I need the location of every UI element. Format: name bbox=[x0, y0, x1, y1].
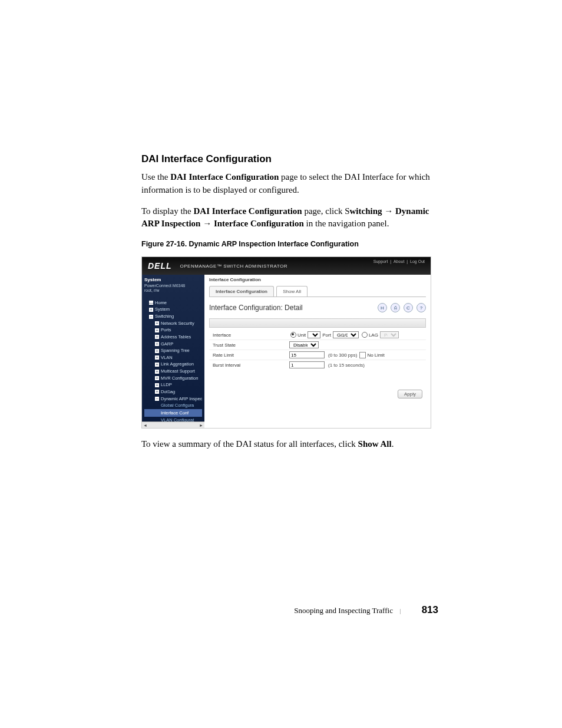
tab-show-all[interactable]: Show All bbox=[276, 286, 308, 297]
expander-icon[interactable]: + bbox=[155, 355, 159, 360]
nolimit-label: No Limit bbox=[367, 353, 384, 358]
expander-icon[interactable]: − bbox=[155, 397, 159, 401]
tab-bar: Interface Configuration Show All bbox=[204, 284, 431, 297]
system-title: System bbox=[144, 277, 202, 282]
nav-item[interactable]: +LLDP bbox=[144, 381, 202, 388]
text-bold: Interface Configuration bbox=[214, 219, 304, 228]
nav-item-label: Network Security bbox=[161, 321, 194, 326]
nav-item[interactable]: +MVR Configuration bbox=[144, 375, 202, 382]
apply-button[interactable]: Apply bbox=[398, 390, 422, 398]
nav-item[interactable]: Interface Conf bbox=[144, 409, 202, 417]
nav-item[interactable]: +Multicast Support bbox=[144, 368, 202, 375]
scroll-left-icon[interactable]: ◄ bbox=[143, 423, 147, 427]
expander-icon[interactable]: + bbox=[155, 335, 159, 339]
app-title: OPENMANAGE™ SWITCH ADMINISTRATOR bbox=[180, 263, 287, 269]
help-icon[interactable]: ? bbox=[416, 303, 426, 312]
nav-item[interactable]: +Ports bbox=[144, 327, 202, 334]
expander-icon[interactable]: + bbox=[155, 390, 159, 394]
expander-icon[interactable]: + bbox=[155, 383, 159, 387]
port-label: Port bbox=[322, 332, 331, 338]
breadcrumb: Interface Configuration bbox=[204, 275, 431, 284]
trust-select[interactable]: Disable bbox=[289, 341, 319, 348]
nav-item-label: Address Tables bbox=[161, 334, 191, 340]
unit-select[interactable]: 1 bbox=[308, 331, 320, 338]
nav-item-label: Interface Conf bbox=[161, 410, 189, 416]
support-link[interactable]: Support bbox=[373, 259, 388, 263]
unit-radio[interactable] bbox=[290, 332, 296, 338]
burst-input[interactable] bbox=[289, 361, 325, 368]
rate-input[interactable] bbox=[289, 351, 325, 358]
expander-icon[interactable]: + bbox=[149, 308, 153, 312]
text-bold: DAI Interface Configuration bbox=[170, 172, 279, 182]
expander-icon[interactable]: + bbox=[155, 349, 159, 353]
save-icon[interactable]: H bbox=[378, 303, 387, 312]
expander-icon[interactable]: + bbox=[155, 376, 159, 380]
nolimit-checkbox[interactable] bbox=[359, 352, 366, 358]
lag-radio[interactable] bbox=[362, 332, 368, 338]
nav-item[interactable]: +Dot1ag bbox=[144, 388, 202, 396]
expander-icon[interactable]: + bbox=[155, 328, 159, 332]
nav-item-label: Multicast Support bbox=[161, 368, 195, 374]
expander-icon[interactable]: — bbox=[149, 301, 153, 305]
nav-item[interactable]: +VLAN bbox=[144, 354, 202, 361]
nav-item[interactable]: +Address Tables bbox=[144, 334, 202, 341]
divider bbox=[209, 318, 426, 328]
text: To display the bbox=[141, 206, 194, 216]
lag-label: LAG bbox=[369, 332, 378, 338]
burst-label: Burst Interval bbox=[213, 363, 289, 368]
panel-title: Interface Configuration: Detail bbox=[209, 304, 303, 312]
scroll-right-icon[interactable]: ► bbox=[199, 423, 203, 427]
nav-item-label: Spanning Tree bbox=[161, 348, 190, 353]
nav-item[interactable]: −Switching bbox=[144, 313, 202, 320]
arrow: → bbox=[382, 206, 396, 216]
nav-item[interactable]: —Home bbox=[144, 299, 202, 307]
expander-icon[interactable]: + bbox=[155, 321, 159, 325]
nav-item-label: LLDP bbox=[161, 382, 172, 387]
rate-note: (0 to 300 pps) bbox=[328, 353, 357, 358]
scrollbar-horizontal[interactable]: ◄ ► bbox=[142, 421, 204, 428]
text-bold: DAI Interface Configuration bbox=[194, 206, 302, 216]
row-trust: Trust State Disable bbox=[209, 340, 426, 350]
rate-label: Rate Limit bbox=[213, 353, 289, 358]
nav-item[interactable]: +System bbox=[144, 306, 202, 313]
print-icon[interactable]: ⎙ bbox=[391, 303, 400, 312]
text: in the navigation panel. bbox=[304, 219, 389, 228]
app-header: DELL OPENMANAGE™ SWITCH ADMINISTRATOR Su… bbox=[142, 257, 431, 275]
tab-interface-config[interactable]: Interface Configuration bbox=[209, 286, 274, 297]
footer-chapter: Snooping and Inspecting Traffic bbox=[294, 606, 393, 615]
nav-item[interactable]: +GARP bbox=[144, 341, 202, 348]
nav-sidebar: System PowerConnect M6348 root, r/w —Hom… bbox=[142, 275, 204, 428]
text-bold: witching bbox=[350, 206, 382, 216]
nav-item-label: Global Configura bbox=[161, 403, 194, 408]
port-select[interactable]: Gi1/0/1 bbox=[333, 331, 359, 338]
nav-item-label: Dynamic ARP Inspec bbox=[161, 396, 202, 401]
nav-item[interactable]: +Spanning Tree bbox=[144, 347, 202, 354]
main-panel: Interface Configuration Interface Config… bbox=[204, 275, 431, 428]
logout-link[interactable]: Log Out bbox=[410, 259, 425, 263]
expander-icon[interactable]: − bbox=[149, 315, 153, 319]
nav-item[interactable]: +Link Aggregation bbox=[144, 361, 202, 368]
expander-icon[interactable]: + bbox=[155, 363, 159, 367]
arrow: → bbox=[200, 219, 214, 228]
row-interface: Interface Unit 1 Port Gi1/0/1 LAG Po1 bbox=[209, 330, 426, 340]
nav-item[interactable]: Global Configura bbox=[144, 402, 202, 409]
nav-item-label: VLAN bbox=[161, 355, 173, 360]
row-burst: Burst Interval (1 to 15 seconds) bbox=[209, 360, 426, 370]
nav-item-label: System bbox=[155, 307, 170, 312]
refresh-icon[interactable]: C bbox=[404, 303, 413, 312]
nav-item[interactable]: +Network Security bbox=[144, 320, 202, 327]
text: . bbox=[392, 439, 394, 449]
nav-item-label: Switching bbox=[155, 314, 174, 319]
row-rate: Rate Limit (0 to 300 pps) No Limit bbox=[209, 350, 426, 360]
intro-paragraph-1: Use the DAI Interface Configuration page… bbox=[141, 171, 444, 197]
expander-icon[interactable]: + bbox=[155, 370, 159, 374]
expander-icon[interactable]: + bbox=[155, 342, 159, 346]
about-link[interactable]: About bbox=[394, 259, 404, 263]
trust-label: Trust State bbox=[213, 342, 289, 348]
nav-tree[interactable]: —Home+System−Switching+Network Security+… bbox=[144, 299, 202, 428]
nav-item-label: Link Aggregation bbox=[161, 361, 194, 367]
nav-item-label: MVR Configuration bbox=[161, 375, 198, 381]
section-heading: DAI Interface Configuration bbox=[141, 153, 444, 165]
nav-item[interactable]: −Dynamic ARP Inspec bbox=[144, 396, 202, 403]
figure-caption: Figure 27-16. Dynamic ARP Inspection Int… bbox=[141, 240, 444, 248]
